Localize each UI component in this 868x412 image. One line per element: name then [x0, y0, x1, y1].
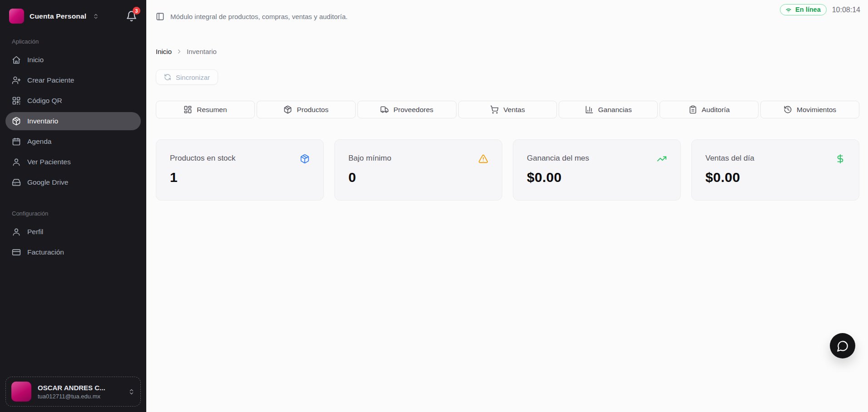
account-label: Cuenta Personal: [30, 12, 86, 20]
user-icon: [12, 157, 21, 167]
sidebar-item-inicio[interactable]: Inicio: [5, 51, 141, 69]
tab-resumen[interactable]: Resumen: [156, 101, 255, 118]
sidebar-item-facturacion[interactable]: Facturación: [5, 243, 141, 261]
sidebar-item-agenda[interactable]: Agenda: [5, 132, 141, 151]
sidebar: Cuenta Personal 3 Aplicación Inicio Crea…: [0, 0, 146, 412]
inventory-tabs: Resumen Productos Proveedores Ventas Gan…: [156, 101, 859, 118]
sidebar-item-ver-pacientes[interactable]: Ver Pacientes: [5, 153, 141, 171]
sidebar-item-label: Agenda: [27, 137, 51, 146]
account-switcher[interactable]: Cuenta Personal: [9, 9, 99, 24]
tab-label: Movimientos: [797, 106, 836, 114]
module-description: Módulo integral de productos, compras, v…: [170, 13, 347, 20]
alert-triangle-icon: [478, 154, 488, 164]
sidebar-item-label: Código QR: [27, 97, 62, 105]
stat-card-title: Ganancia del mes: [527, 154, 589, 163]
sidebar-item-codigo-qr[interactable]: Código QR: [5, 92, 141, 110]
tab-productos[interactable]: Productos: [257, 101, 356, 118]
sync-button-label: Sincronizar: [176, 74, 210, 81]
sidebar-item-label: Google Drive: [27, 178, 68, 186]
stat-card-value: 1: [170, 170, 310, 185]
stat-card-productos-en-stock: Productos en stock 1: [156, 139, 324, 201]
sidebar-nav-aplicacion: Inicio Crear Paciente Código QR Inventar…: [0, 51, 146, 194]
tab-label: Proveedores: [393, 106, 433, 114]
breadcrumb-home[interactable]: Inicio: [156, 48, 172, 55]
history-icon: [784, 105, 792, 114]
notifications-button[interactable]: 3: [126, 10, 137, 22]
qr-code-icon: [12, 96, 21, 105]
breadcrumb-current: Inventario: [187, 48, 217, 55]
tab-movimientos[interactable]: Movimientos: [760, 101, 859, 118]
message-circle-icon: [837, 340, 849, 352]
sidebar-item-perfil[interactable]: Perfil: [5, 223, 141, 241]
dollar-sign-icon: [835, 154, 845, 164]
trending-up-icon: [657, 154, 667, 164]
clipboard-icon: [689, 105, 697, 114]
stat-card-ventas-del-dia: Ventas del día $0.00: [691, 139, 859, 201]
hard-drive-icon: [12, 178, 21, 187]
stat-card-title: Bajo mínimo: [348, 154, 391, 163]
truck-icon: [380, 105, 389, 114]
stat-cards: Productos en stock 1 Bajo mínimo 0 Ganan…: [156, 139, 859, 201]
bar-chart-icon: [585, 105, 594, 114]
stat-card-value: 0: [348, 170, 488, 185]
avatar: [11, 382, 31, 402]
tab-label: Resumen: [197, 106, 227, 114]
user-name: OSCAR ANDRES C...: [38, 384, 105, 392]
main-content: Módulo integral de productos, compras, v…: [146, 0, 868, 412]
chevrons-up-down-icon: [93, 13, 99, 20]
layout-grid-icon: [184, 105, 192, 114]
panel-left-icon[interactable]: [156, 12, 164, 21]
home-icon: [12, 55, 21, 64]
clock: 10:08:14: [832, 6, 860, 14]
credit-card-icon: [12, 248, 21, 257]
package-icon: [12, 117, 21, 126]
user-email: tua012711@tua.edu.mx: [38, 393, 105, 400]
sidebar-item-crear-paciente[interactable]: Crear Paciente: [5, 71, 141, 89]
sidebar-nav-configuracion: Perfil Facturación: [0, 223, 146, 264]
sidebar-item-label: Perfil: [27, 228, 43, 236]
package-icon: [300, 154, 310, 164]
wifi-icon: [785, 6, 792, 13]
stat-card-ganancia-del-mes: Ganancia del mes $0.00: [513, 139, 681, 201]
tab-label: Ventas: [503, 106, 525, 114]
user-plus-icon: [12, 76, 21, 85]
package-icon: [283, 105, 292, 114]
tab-ganancias[interactable]: Ganancias: [559, 101, 658, 118]
calendar-icon: [12, 137, 21, 146]
stat-card-title: Ventas del día: [705, 154, 754, 163]
user-menu[interactable]: OSCAR ANDRES C... tua012711@tua.edu.mx: [5, 377, 141, 407]
stat-card-title: Productos en stock: [170, 154, 236, 163]
sidebar-item-google-drive[interactable]: Google Drive: [5, 173, 141, 191]
breadcrumb: Inicio Inventario: [156, 48, 859, 55]
topbar: Módulo integral de productos, compras, v…: [156, 0, 859, 21]
sidebar-item-label: Facturación: [27, 248, 64, 256]
user-icon: [12, 227, 21, 236]
sidebar-item-label: Crear Paciente: [27, 76, 74, 84]
shopping-cart-icon: [490, 105, 499, 114]
chevrons-up-down-icon: [128, 388, 135, 395]
sidebar-item-inventario[interactable]: Inventario: [5, 112, 141, 130]
refresh-icon: [164, 74, 171, 81]
notification-badge: 3: [133, 7, 140, 15]
status-row: En línea 10:08:14: [780, 4, 860, 15]
tab-label: Productos: [297, 106, 328, 114]
tab-label: Ganancias: [598, 106, 632, 114]
stat-card-value: $0.00: [705, 170, 845, 185]
sidebar-item-label: Inicio: [27, 56, 44, 64]
sidebar-item-label: Ver Pacientes: [27, 158, 71, 166]
tab-auditoria[interactable]: Auditoría: [660, 101, 759, 118]
online-status-badge: En línea: [780, 4, 827, 15]
tab-proveedores[interactable]: Proveedores: [357, 101, 456, 118]
stat-card-value: $0.00: [527, 170, 667, 185]
tab-label: Auditoría: [702, 106, 730, 114]
section-label-configuracion: Configuración: [0, 210, 146, 217]
chevron-right-icon: [176, 48, 183, 55]
sync-button[interactable]: Sincronizar: [156, 69, 218, 85]
stat-card-bajo-minimo: Bajo mínimo 0: [334, 139, 502, 201]
chat-fab-button[interactable]: [830, 333, 855, 358]
app-logo: [9, 9, 24, 24]
online-status-label: En línea: [795, 6, 821, 13]
tab-ventas[interactable]: Ventas: [458, 101, 557, 118]
sidebar-item-label: Inventario: [27, 117, 58, 125]
section-label-aplicacion: Aplicación: [0, 38, 146, 45]
